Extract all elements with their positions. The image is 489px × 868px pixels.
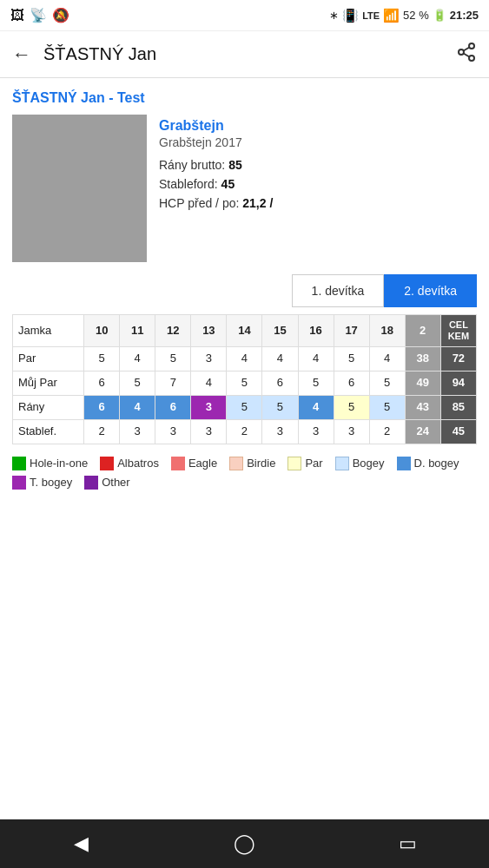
- muj-par-row: Můj Par 6 5 7 4 5 6 5 6 5 49 94: [13, 372, 477, 396]
- tab-container: 1. devítka 2. devítka: [12, 274, 477, 307]
- battery-text: 52 %: [403, 9, 429, 22]
- st-11: 3: [120, 420, 155, 444]
- share-button[interactable]: [456, 42, 477, 67]
- back-nav-button[interactable]: ◀: [64, 832, 99, 855]
- par-9sum: 38: [405, 347, 440, 372]
- mp-13: 4: [191, 372, 227, 396]
- vibrate-icon: 📳: [342, 8, 359, 23]
- svg-point-0: [469, 43, 474, 49]
- rany-brutto-row: Rány brutto: 85: [159, 158, 477, 172]
- hcp-label: HCP před / po:: [159, 196, 239, 210]
- rany-11: 4: [120, 396, 155, 420]
- par-13: 3: [191, 347, 227, 372]
- legend-dbogey: D. bogey: [397, 457, 459, 470]
- tab-devitka2[interactable]: 2. devítka: [384, 274, 477, 307]
- dbogey-color: [397, 457, 411, 470]
- par-10: 5: [84, 347, 120, 372]
- tab-devitka1[interactable]: 1. devítka: [292, 274, 385, 307]
- stableford-value: 45: [221, 177, 235, 191]
- rany-13: 3: [191, 396, 227, 420]
- holeinone-label: Hole-in-one: [30, 457, 88, 470]
- rany-17: 5: [334, 396, 369, 420]
- par-total: 72: [440, 347, 476, 372]
- tbogey-label: T. bogey: [30, 476, 72, 489]
- st-16: 3: [298, 420, 334, 444]
- st-17: 3: [334, 420, 369, 444]
- par-16: 4: [298, 347, 334, 372]
- battery-icon: 🔋: [433, 9, 446, 22]
- rany-total: 85: [440, 396, 476, 420]
- rany-15: 5: [262, 396, 298, 420]
- stableford-row: Stableford: 45: [159, 177, 477, 191]
- birdie-color: [229, 457, 243, 470]
- home-nav-button[interactable]: ◯: [227, 832, 261, 855]
- clock: 21:25: [450, 9, 479, 22]
- holeinone-color: [12, 457, 26, 470]
- rany-brutto-value: 85: [228, 158, 242, 172]
- mp-total: 94: [440, 372, 476, 396]
- rss-icon: 📡: [30, 7, 47, 23]
- mp-11: 5: [120, 372, 155, 396]
- albatros-color: [100, 457, 114, 470]
- other-label: Other: [102, 476, 130, 489]
- stableford-label: Stableford:: [159, 177, 218, 191]
- nav-bar: ← ŠŤASTNÝ Jan: [0, 31, 489, 78]
- legend-albatros: Albatros: [100, 457, 159, 470]
- legend-bogey: Bogey: [335, 457, 385, 470]
- header-jamka: Jamka: [13, 315, 84, 347]
- course-year: Grabštejn 2017: [159, 135, 477, 149]
- rany-row: Rány 6 4 6 3 5 5 4 5 5 43 85: [13, 396, 477, 420]
- st-12: 3: [155, 420, 191, 444]
- header-10: 10: [84, 315, 120, 347]
- hcp-row: HCP před / po: 21,2 /: [159, 196, 477, 210]
- rany-16: 4: [298, 396, 334, 420]
- header-15: 15: [262, 315, 298, 347]
- status-icons: 🖼 📡 🔕: [10, 7, 69, 23]
- st-13: 3: [191, 420, 227, 444]
- svg-point-2: [469, 56, 474, 61]
- mp-14: 5: [227, 372, 262, 396]
- section-title: ŠŤASTNÝ Jan - Test: [12, 90, 477, 106]
- recent-nav-button[interactable]: ▭: [390, 832, 425, 855]
- header-13: 13: [191, 315, 227, 347]
- par-15: 4: [262, 347, 298, 372]
- header-total: CELKEM: [440, 315, 476, 347]
- legend: Hole-in-one Albatros Eagle Birdie Par Bo…: [12, 457, 477, 490]
- mp-10: 6: [84, 372, 120, 396]
- svg-line-3: [464, 54, 470, 57]
- st-10: 2: [84, 420, 120, 444]
- header-12: 12: [155, 315, 191, 347]
- rany-18: 5: [369, 396, 405, 420]
- content-area: ŠŤASTNÝ Jan - Test Grabštejn Grabštejn 2…: [0, 78, 489, 498]
- legend-other: Other: [84, 476, 130, 490]
- status-bar: 🖼 📡 🔕 ∗ 📳 LTE 📶 52 % 🔋 21:25: [0, 0, 489, 31]
- eagle-color: [171, 457, 185, 470]
- rany-9sum: 43: [405, 396, 440, 420]
- st-total: 45: [440, 420, 476, 444]
- par-row: Par 5 4 5 3 4 4 4 5 4 38 72: [13, 347, 477, 372]
- bottom-nav-bar: ◀ ◯ ▭: [0, 819, 489, 868]
- lte-icon: LTE: [362, 10, 380, 21]
- course-image: [12, 115, 147, 262]
- st-15: 3: [262, 420, 298, 444]
- legend-tbogey: T. bogey: [12, 476, 72, 490]
- bogey-color: [335, 457, 349, 470]
- birdie-label: Birdie: [247, 457, 275, 470]
- tbogey-color: [12, 476, 26, 490]
- header-17: 17: [334, 315, 369, 347]
- par-label: Par: [13, 347, 84, 372]
- muj-par-label: Můj Par: [13, 372, 84, 396]
- legend-eagle: Eagle: [171, 457, 217, 470]
- par-color: [287, 457, 301, 470]
- mp-16: 5: [298, 372, 334, 396]
- st-18: 2: [369, 420, 405, 444]
- scorecard-wrap: Jamka 10 11 12 13 14 15 16 17 18 2 CELKE…: [12, 314, 477, 444]
- header-18: 18: [369, 315, 405, 347]
- par-12: 5: [155, 347, 191, 372]
- par-label-legend: Par: [305, 457, 322, 470]
- back-button[interactable]: ←: [12, 45, 31, 64]
- stablef-row: Stablef. 2 3 3 3 2 3 3 3 2 24 45: [13, 420, 477, 444]
- header-14: 14: [227, 315, 262, 347]
- par-14: 4: [227, 347, 262, 372]
- albatros-label: Albatros: [117, 457, 159, 470]
